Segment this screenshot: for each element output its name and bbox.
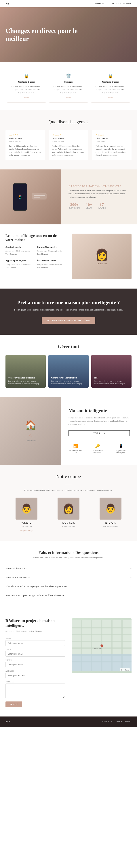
team-role-3: directeur des ventes <box>92 525 129 527</box>
faq-item-1[interactable]: How much does it cost? + <box>5 564 132 573</box>
contact-section: Réaliser un projet de maison intelligent… <box>0 609 137 716</box>
stat-label-3: AWARDS <box>98 207 106 209</box>
name-input[interactable] <box>5 640 65 646</box>
team-member-2: 👩 Mary Smith Chef consultante <box>50 498 87 532</box>
feature-text-3: Duis aute irure dolor in reprehenderit i… <box>94 85 127 94</box>
hub-left: Le hub d'affichage tout-en-un de votre m… <box>5 234 65 279</box>
promo-image: 🏠 ○ Smart Device <box>0 397 61 465</box>
promo-icons: 📶 Se connecte avec Fil 🔑 Clé de manière … <box>68 444 130 454</box>
feature-link-1[interactable]: PLUS <box>24 96 29 98</box>
hub-item-4: Écran HD 10 pouces Sample text. Click to… <box>37 259 65 269</box>
stat-label-2: YEARS <box>86 207 92 209</box>
about-content: À propos des maisons intelligentes Lorem… <box>61 169 137 224</box>
manage-card-bg-2: Contrôleur de votre maison Lorem ad mini… <box>48 355 89 388</box>
faq-item-4[interactable]: Nunc sit amet nibh ipsum. Integer iaculi… <box>5 591 132 600</box>
map-city-label: New York <box>120 668 130 672</box>
manage-card-text-2: Lorem ad minim veniam, quis nostrud exer… <box>51 380 86 385</box>
address-label: Address <box>5 670 65 672</box>
name-label: Name <box>5 638 65 640</box>
manage-grid: Vidéosurveillance extérieure Lorem ad mi… <box>5 355 132 388</box>
team-link-1[interactable]: Imago de l'Imago <box>20 529 33 531</box>
team-role-2: Chef consultante <box>50 525 87 527</box>
team-name-3: Nick Dark <box>92 522 129 525</box>
key-icon: 🔑 <box>88 444 106 448</box>
feature-text-2: Duis aute irure dolor in reprehenderit i… <box>52 85 85 94</box>
email-input[interactable] <box>5 651 65 657</box>
message-input[interactable] <box>5 684 65 698</box>
phone-label: Phone <box>5 659 65 661</box>
faq-question-2: How Fast Are Your Services? <box>5 576 32 579</box>
cta-title: Prêt à construire une maison plus intell… <box>5 300 132 305</box>
map-placeholder: New York New York <box>72 618 132 673</box>
stat-2: 10+ YEARS <box>86 202 92 209</box>
phone-input[interactable] <box>5 662 65 668</box>
stat-label-1: CUSTOMERS <box>68 207 80 209</box>
message-field-group: Message <box>5 681 65 699</box>
promo-icon-app: 📱 Applications intelligentes <box>112 444 130 454</box>
promo-button[interactable]: VOIR PLUS <box>68 430 130 436</box>
footer: logo Home Page About Company <box>0 716 137 727</box>
manage-title: Gérer tout <box>5 344 132 349</box>
hub-right: 👩 Smart Home <box>72 234 132 279</box>
stat-number-1: 300+ <box>68 202 80 207</box>
feature-link-3[interactable]: PLUS <box>108 96 113 98</box>
contact-description: Sample text. Click to select the Text El… <box>5 630 65 633</box>
testimonials-row: ★★★★★ Stella Larson Lorem 200/100 Proin … <box>5 130 132 160</box>
manage-card-title-1: Vidéosurveillance extérieure <box>8 376 43 379</box>
phone-field-group: Phone <box>5 659 65 668</box>
testimonial-date-2: Lorem 200/100 <box>52 141 85 143</box>
stat-3: 17 AWARDS <box>98 202 106 209</box>
feature-title-3: Contrôle d'accès <box>94 81 127 83</box>
footer-home[interactable]: Home Page <box>102 720 112 722</box>
faq-item-3[interactable]: What education and/or training do you ha… <box>5 582 132 591</box>
footer-links: Home Page About Company <box>102 720 132 722</box>
promo-text: Sample text. Click to select the Text El… <box>68 416 130 426</box>
faq-chevron-3: + <box>130 585 132 588</box>
hub-item-title-4: Écran HD 10 pouces <box>37 259 65 262</box>
hub-item-text-2: Sample text. Click to select the Text El… <box>37 250 65 255</box>
stat-number-3: 17 <box>98 202 106 207</box>
faq-item-2[interactable]: How Fast Are Your Services? + <box>5 573 132 582</box>
testimonial-text-2: Proin sed libero enim sed faucibus turpi… <box>52 145 85 157</box>
faq-chevron-1: + <box>130 567 132 570</box>
testimonial-date-1: Lorem 200/100 <box>9 141 41 143</box>
faq-chevron-2: + <box>130 576 132 579</box>
cta-button[interactable]: OBTENIR UNE ESTIMATION GRATUITE <box>42 317 95 324</box>
key-label: Clé de manière centralisée <box>88 450 106 454</box>
wifi-label: Se connecte avec Fil <box>68 450 83 454</box>
footer-about[interactable]: About Company <box>116 720 132 722</box>
app-label: Applications intelligentes <box>112 450 130 454</box>
manage-card-title-3: Siri <box>94 376 129 379</box>
promo-section: 🏠 ○ Smart Device Maison intelligente Sam… <box>0 397 137 465</box>
submit-button[interactable]: SEND IT <box>5 702 22 707</box>
feature-title-2: Sécurité <box>52 81 85 83</box>
team-description: Ut enim ad minim veniam, quis nostrud ex… <box>23 489 114 492</box>
stat-1: 300+ CUSTOMERS <box>68 202 80 209</box>
email-label: Email <box>5 648 65 650</box>
about-section: 📱 À propos des maisons intelligentes Lor… <box>0 169 137 224</box>
map-svg: New York <box>72 618 132 673</box>
hub-item-text-4: Sample text. Click to select the Text El… <box>37 263 65 269</box>
navigation: logo Home Page About Company <box>0 0 137 7</box>
team-section: Notre équipe Ut enim ad minim veniam, qu… <box>0 465 137 541</box>
address-field-group: Address <box>5 670 65 678</box>
promo-content: Maison intelligente Sample text. Click t… <box>61 397 137 465</box>
feature-link-2[interactable]: PLUS <box>66 96 71 98</box>
manage-card-text-3: Lorem ad minim veniam, quis nostrud exer… <box>94 380 129 385</box>
cta-text: Lorem ipsum dolor sit amet, consectetur … <box>5 308 132 312</box>
nav-logo: logo <box>5 2 10 5</box>
contact-form-area: Réaliser un projet de maison intelligent… <box>5 618 72 707</box>
about-image: 📱 <box>0 169 61 224</box>
hero-section: Changez en direct pour le meilleur <box>0 7 137 62</box>
faq-description: Sample text. Click to select the text. C… <box>5 556 132 559</box>
email-field-group: Email <box>5 648 65 657</box>
feature-card-3: 🔒 Contrôle d'accès Duis aute irure dolor… <box>91 70 130 102</box>
address-input[interactable] <box>5 673 65 678</box>
faq-section: Faits et informations Des questions Samp… <box>0 541 137 609</box>
manage-card-1: Vidéosurveillance extérieure Lorem ad mi… <box>5 355 46 388</box>
testimonial-1: ★★★★★ Stella Larson Lorem 200/100 Proin … <box>5 130 45 160</box>
nav-about[interactable]: About Company <box>111 2 132 5</box>
nav-home[interactable]: Home Page <box>94 2 108 5</box>
promo-icon-wifi: 📶 Se connecte avec Fil <box>68 444 83 454</box>
testimonial-name-1: Stella Larson <box>9 137 41 140</box>
